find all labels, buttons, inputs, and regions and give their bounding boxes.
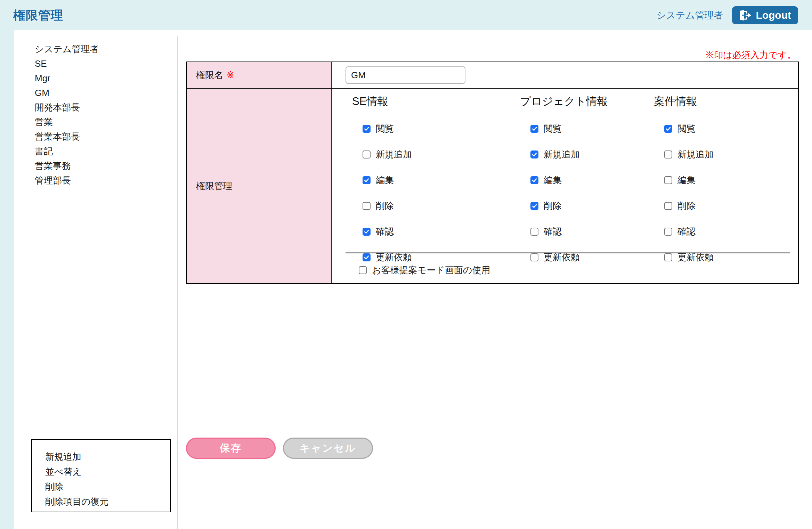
checkbox-label: 確認 <box>677 226 696 238</box>
logout-button[interactable]: Logout <box>732 6 798 24</box>
permission-checkbox-row: 閲覧 <box>363 123 515 135</box>
perm-column-title: 案件情報 <box>654 94 793 109</box>
logout-button-label: Logout <box>756 9 791 21</box>
sidebar-item[interactable]: システム管理者 <box>35 42 167 56</box>
role-list: システム管理者SEMgrGM開発本部長営業営業本部長書記営業事務管理部長 <box>35 42 167 188</box>
checkbox-label: 閲覧 <box>677 123 696 135</box>
checkbox-label: 新規追加 <box>376 148 412 161</box>
perm-column-se: SE情報 閲覧新規追加編集削除確認更新依頼 <box>352 94 515 263</box>
sidebar-item[interactable]: Mgr <box>35 71 167 86</box>
top-bar-right: システム管理者 Logout <box>657 6 798 24</box>
checkbox-checked[interactable] <box>530 125 538 133</box>
checkbox-unchecked[interactable] <box>664 150 672 158</box>
permission-checkbox-row: 削除 <box>363 200 515 212</box>
required-mark: ※ <box>227 70 234 81</box>
name-row-label-cell: 権限名 ※ <box>187 62 332 88</box>
checkbox-checked[interactable] <box>363 253 371 261</box>
action-menu-item[interactable]: 削除 <box>45 479 170 494</box>
logged-in-user-label: システム管理者 <box>657 9 723 22</box>
permission-row-label: 権限管理 <box>196 180 232 192</box>
permission-row-label-cell: 権限管理 <box>187 89 332 283</box>
checkbox-label: 確認 <box>544 226 562 238</box>
action-menu-item[interactable]: 削除項目の復元 <box>45 494 170 509</box>
sidebar-item[interactable]: 営業本部長 <box>35 129 167 144</box>
special-option-row: お客様提案モード画面の使用 <box>359 264 490 276</box>
name-row-value-cell <box>332 62 798 88</box>
cancel-button[interactable]: キャンセル <box>283 438 373 459</box>
sidebar-item[interactable]: 開発本部長 <box>35 100 167 115</box>
vertical-divider <box>178 36 178 529</box>
name-row-label: 権限名 <box>196 69 223 81</box>
permission-checkbox-row: 削除 <box>664 200 793 212</box>
checkbox-checked[interactable] <box>530 202 538 210</box>
checkbox-checked[interactable] <box>363 125 371 133</box>
save-button[interactable]: 保存 <box>186 438 276 459</box>
action-menu-item[interactable]: 並べ替え <box>45 464 170 479</box>
required-note: ※印は必須入力です。 <box>705 49 796 61</box>
checkbox-label: 編集 <box>376 174 394 186</box>
checkbox-label: 新規追加 <box>677 148 714 161</box>
content-panel: システム管理者SEMgrGM開発本部長営業営業本部長書記営業事務管理部長 新規追… <box>14 30 812 529</box>
page-title: 権限管理 <box>13 7 63 24</box>
special-option-checkbox[interactable] <box>359 266 367 274</box>
checkbox-label: 閲覧 <box>376 123 394 135</box>
checkbox-label: 削除 <box>376 200 394 212</box>
checkbox-unchecked[interactable] <box>530 228 538 236</box>
checkbox-label: 新規追加 <box>544 148 580 161</box>
checkbox-unchecked[interactable] <box>664 202 672 210</box>
permission-checkbox-row: 新規追加 <box>664 148 793 161</box>
checkbox-checked[interactable] <box>363 176 371 184</box>
checkbox-label: 確認 <box>376 226 394 238</box>
permission-checkbox-row: 新規追加 <box>530 148 652 161</box>
checkbox-unchecked[interactable] <box>363 150 371 158</box>
permission-checkbox-row: 確認 <box>363 226 515 238</box>
checkbox-label: 閲覧 <box>544 123 562 135</box>
special-option-label: お客様提案モード画面の使用 <box>372 264 490 276</box>
name-row: 権限名 ※ <box>187 62 798 89</box>
sidebar-item[interactable]: GM <box>35 86 167 100</box>
permission-checkbox-row: 確認 <box>530 226 652 238</box>
sidebar-item[interactable]: 管理部長 <box>35 173 167 188</box>
checkbox-label: 編集 <box>544 174 562 186</box>
checkbox-unchecked[interactable] <box>530 253 538 261</box>
permission-checkbox-row: 編集 <box>363 174 515 186</box>
permission-checkbox-row: 編集 <box>530 174 652 186</box>
top-bar: 権限管理 システム管理者 Logout <box>0 0 812 31</box>
checkbox-unchecked[interactable] <box>363 202 371 210</box>
action-menu-box: 新規追加並べ替え削除削除項目の復元 <box>31 439 171 512</box>
checkbox-checked[interactable] <box>664 125 672 133</box>
checkbox-label: 削除 <box>677 200 696 212</box>
perm-column-title: プロジェクト情報 <box>520 94 652 109</box>
perm-column-anken: 案件情報 閲覧新規追加編集削除確認更新依頼 <box>654 94 793 263</box>
permission-form-table: 権限名 ※ 権限管理 SE情報 閲覧新規追加編集削除確認更新依頼 プロジェクト情… <box>186 62 799 284</box>
checkbox-unchecked[interactable] <box>664 228 672 236</box>
checkbox-checked[interactable] <box>363 228 371 236</box>
permission-checkbox-row: 編集 <box>664 174 793 186</box>
permission-checkbox-row: 削除 <box>530 200 652 212</box>
permission-checkbox-row: 閲覧 <box>664 123 793 135</box>
permission-row: 権限管理 SE情報 閲覧新規追加編集削除確認更新依頼 プロジェクト情報 閲覧新規… <box>187 89 798 283</box>
permission-row-value-cell: SE情報 閲覧新規追加編集削除確認更新依頼 プロジェクト情報 閲覧新規追加編集削… <box>332 89 798 283</box>
permission-checkbox-row: 閲覧 <box>530 123 652 135</box>
checkbox-label: 編集 <box>677 174 696 186</box>
logout-door-icon <box>739 9 752 21</box>
checkbox-unchecked[interactable] <box>664 176 672 184</box>
checkbox-label: 削除 <box>544 200 562 212</box>
sidebar-item[interactable]: SE <box>35 56 167 71</box>
checkbox-checked[interactable] <box>530 150 538 158</box>
perm-column-title: SE情報 <box>352 94 515 109</box>
checkbox-checked[interactable] <box>530 176 538 184</box>
sidebar-item[interactable]: 書記 <box>35 144 167 158</box>
action-menu-item[interactable]: 新規追加 <box>45 449 170 464</box>
permission-name-input[interactable] <box>346 66 465 84</box>
sidebar-item[interactable]: 営業事務 <box>35 158 167 173</box>
sidebar-item[interactable]: 営業 <box>35 115 167 129</box>
checkbox-unchecked[interactable] <box>664 253 672 261</box>
permission-checkbox-row: 新規追加 <box>363 148 515 161</box>
permission-divider-line <box>346 252 790 253</box>
perm-column-project: プロジェクト情報 閲覧新規追加編集削除確認更新依頼 <box>520 94 652 263</box>
permission-checkbox-row: 確認 <box>664 226 793 238</box>
button-bar: 保存 キャンセル <box>186 438 373 459</box>
